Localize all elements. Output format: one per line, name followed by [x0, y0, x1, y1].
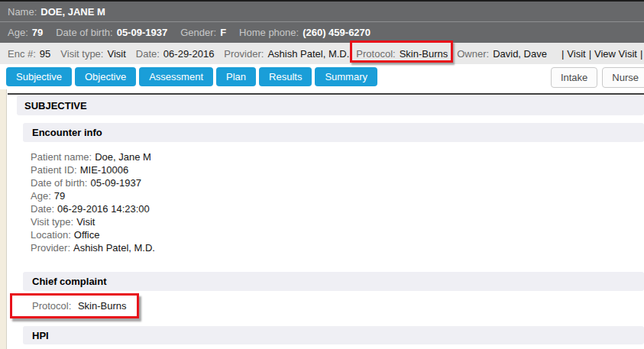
detail-row-visit-type: Visit type:Visit	[31, 215, 644, 228]
dob-label: Date of birth:	[56, 27, 112, 38]
visit-type-value: Visit	[107, 48, 125, 60]
content-top-divider	[8, 93, 644, 95]
view-visit-link[interactable]: View Visit	[594, 48, 637, 60]
provider-value: Ashish Patel, M.D.	[267, 48, 349, 60]
protocol-label: Protocol:	[356, 48, 395, 60]
encounter-protocol: Protocol: Skin-Burns	[356, 48, 448, 60]
nurse-button[interactable]: Nurse	[602, 67, 644, 88]
patient-name-banner: Name: DOE, JANE M	[0, 0, 644, 21]
provider-label: Provider:	[224, 48, 264, 60]
tab-results[interactable]: Results	[259, 67, 312, 86]
tab-subjective[interactable]: Subjective	[6, 67, 72, 86]
encounter-date-label: Date:	[136, 48, 160, 60]
detail-row-age: Age:79	[31, 189, 644, 202]
encounter-links: |Visit|View Visit|	[558, 48, 644, 60]
gender-label: Gender:	[180, 27, 216, 38]
encounter-info-title: Encounter info	[32, 127, 102, 138]
age-value: 79	[32, 27, 43, 38]
right-button-group: Intake Nurse	[546, 67, 644, 88]
link-separator: |	[561, 48, 564, 60]
ehr-encounter-screen: Name: DOE, JANE M Age: 79 Date of birth:…	[0, 0, 644, 349]
dob-value: 05-09-1937	[117, 27, 168, 38]
section-header-hpi: HPI	[23, 326, 644, 344]
home-phone-value: (260) 459-6270	[303, 27, 371, 38]
chief-complaint-protocol: Protocol: Skin-Burns	[32, 299, 127, 312]
detail-row-dob: Date of birth:05-09-1937	[31, 176, 644, 189]
demographics-banner: Age: 79 Date of birth: 05-09-1937 Gender…	[0, 21, 644, 43]
detail-row-provider: Provider:Ashish Patel, M.D.	[31, 241, 644, 254]
left-margin-strip	[0, 89, 7, 349]
note-tab-row: Subjective Objective Assessment Plan Res…	[0, 64, 644, 89]
section-header-chief-complaint: Chief complaint	[23, 272, 644, 291]
link-separator: |	[589, 48, 591, 60]
enc-number-label: Enc #:	[8, 48, 36, 60]
subjective-title: SUBJECTIVE	[24, 100, 87, 111]
cc-protocol-label: Protocol:	[32, 300, 71, 312]
detail-row-date: Date:06-29-2016 14:23:00	[31, 202, 644, 215]
chief-complaint-title: Chief complaint	[32, 276, 107, 287]
home-phone-label: Home phone:	[239, 27, 299, 38]
owner-value: David, Dave	[493, 48, 547, 60]
owner-label: Owner:	[457, 48, 489, 60]
tab-assessment[interactable]: Assessment	[139, 67, 213, 86]
detail-row-location: Location:Office	[31, 228, 644, 241]
name-label: Name:	[8, 6, 37, 18]
detail-row-patient-name: Patient name:Doe, Jane M	[31, 150, 644, 163]
intake-button[interactable]: Intake	[551, 67, 597, 88]
detail-row-patient-id: Patient ID:MIE-10006	[31, 163, 644, 176]
enc-number-value: 95	[40, 48, 50, 60]
visit-type-label: Visit type:	[60, 48, 103, 60]
tab-summary[interactable]: Summary	[315, 67, 377, 86]
section-header-encounter-info: Encounter info	[23, 123, 644, 142]
tab-objective[interactable]: Objective	[75, 67, 136, 86]
age-label: Age:	[8, 27, 28, 38]
cc-protocol-value: Skin-Burns	[78, 300, 127, 312]
protocol-value: Skin-Burns	[400, 48, 448, 60]
patient-name: DOE, JANE M	[40, 6, 105, 18]
gender-value: F	[220, 27, 226, 38]
tab-plan[interactable]: Plan	[216, 67, 256, 86]
visit-link[interactable]: Visit	[567, 48, 585, 60]
encounter-bar: Enc #: 95 Visit type: Visit Date: 06-29-…	[0, 43, 644, 64]
note-content: SUBJECTIVE Encounter info Patient name:D…	[0, 89, 644, 349]
encounter-info-details: Patient name:Doe, Jane M Patient ID:MIE-…	[31, 150, 644, 254]
section-header-subjective: SUBJECTIVE	[17, 95, 644, 115]
hpi-title: HPI	[32, 330, 49, 341]
encounter-date-value: 06-29-2016	[163, 48, 215, 60]
link-separator: |	[640, 48, 642, 60]
